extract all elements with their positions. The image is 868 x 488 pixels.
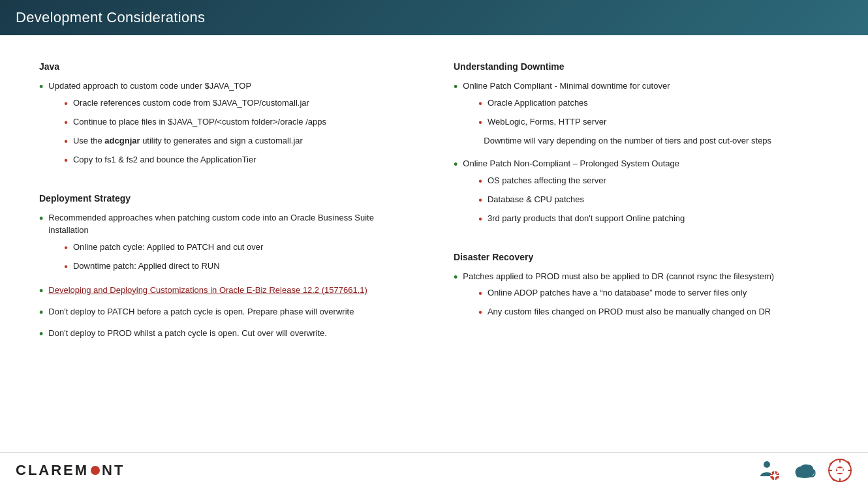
logo-text-before: CLAREM [16,462,89,479]
deployment-subitem-2: Downtime patch: Applied direct to RUN [73,260,220,273]
bullet-icon: • [478,211,482,227]
downtime-note: Downtime will vary depending on the numb… [484,134,771,147]
disaster-sublist: • Online ADOP patches have a “no databas… [478,286,774,320]
bullet-icon: • [39,210,43,228]
bullet-icon: • [478,115,482,130]
svg-rect-20 [839,478,841,481]
list-item: • Oracle references custom code from $JA… [64,97,326,112]
bullet-icon: • [478,96,482,112]
bullet-icon: • [64,134,68,149]
deployment-item-4: Don't deploy to PROD whilst a patch cycl… [48,327,327,340]
svg-rect-19 [839,459,841,463]
list-item: • Any custom files changed on PROD must … [478,305,774,320]
list-item: • Online patch cycle: Applied to PATCH a… [64,241,414,256]
deployment-list: • Recommended approaches when patching c… [39,211,414,343]
bullet-icon: • [454,269,457,286]
list-item: • Online Patch Non-Compliant – Prolonged… [454,157,829,231]
page-title: Development Considerations [16,9,205,25]
list-item: • Don't deploy to PROD whilst a patch cy… [39,327,414,343]
svg-point-2 [773,474,777,478]
list-item: • Patches applied to PROD must also be a… [454,270,829,325]
deployment-sublist: • Online patch cycle: Applied to PATCH a… [64,241,414,275]
java-subitem-4: Copy to fs1 & fs2 and bounce the Applica… [73,153,256,166]
svg-rect-4 [774,478,775,480]
bullet-icon: • [39,326,43,343]
downtime-section-title: Understanding Downtime [454,61,829,72]
list-item: • 3rd party products that don't support … [478,212,685,227]
bullet-icon: • [478,305,482,320]
bullet-icon: • [39,304,43,322]
svg-point-27 [837,468,839,470]
svg-rect-3 [774,471,775,474]
list-item: • Recommended approaches when patching c… [39,211,414,279]
bullet-icon: • [64,240,68,256]
downtime-subitem-3: OS patches affecting the server [488,174,606,187]
person-gear-icon [757,458,782,483]
deployment-link[interactable]: Developing and Deploying Customizations … [48,284,367,297]
svg-point-28 [841,468,843,470]
svg-rect-5 [770,475,773,476]
list-item: • Downtime patch: Applied direct to RUN [64,260,414,275]
disaster-item-1: Patches applied to PROD must also be app… [463,271,774,281]
list-item: • Developing and Deploying Customization… [39,284,414,300]
deployment-item-1: Recommended approaches when patching cus… [48,213,374,236]
bullet-icon: • [478,174,482,189]
downtime-sublist-1: • Oracle Application patches • WebLogic,… [478,97,771,130]
downtime-subitem-4: Database & CPU patches [488,193,584,206]
logo-dot [91,466,100,475]
main-content: Java • Updated approach to custom code u… [0,35,868,452]
deployment-item-3: Don't deploy to PATCH before a patch cyc… [48,305,354,318]
disaster-list: • Patches applied to PROD must also be a… [454,270,829,325]
disaster-section-title: Disaster Recovery [454,252,829,262]
right-column: Understanding Downtime • Online Patch Co… [454,61,829,439]
downtime-list: • Online Patch Compliant - Minimal downt… [454,80,829,231]
deployment-section-title: Deployment Strategy [39,193,414,204]
java-subitem-2: Continue to place files in $JAVA_TOP/<cu… [73,115,326,129]
deployment-subitem-1: Online patch cycle: Applied to PATCH and… [73,241,263,254]
java-list: • Updated approach to custom code under … [39,80,414,172]
java-section-title: Java [39,61,414,72]
disaster-subitem-1: Online ADOP patches have a “no database”… [488,286,747,299]
list-item: • Online ADOP patches have a “no databas… [478,286,774,301]
cloud-icon [792,458,817,483]
footer: CLAREM NT [0,452,868,488]
downtime-item-1: Online Patch Compliant - Minimal downtim… [463,81,670,91]
list-item: • Updated approach to custom code under … [39,80,414,172]
downtime-subitem-2: WebLogic, Forms, HTTP server [488,115,606,129]
bullet-icon: • [64,153,68,168]
bullet-icon: • [64,259,68,275]
downtime-item-2: Online Patch Non-Compliant – Prolonged S… [463,159,679,168]
svg-point-0 [764,461,770,468]
list-item: • Oracle Application patches [478,97,771,112]
settings-gear-icon [828,458,852,483]
list-item: • OS patches affecting the server [478,174,685,189]
bullet-icon: • [454,156,457,174]
bullet-icon: • [478,286,482,301]
logo-text-after: NT [102,462,125,479]
left-column: Java • Updated approach to custom code u… [39,61,414,439]
java-subitem-1: Oracle references custom code from $JAVA… [73,97,309,110]
deployment-section: Deployment Strategy • Recommended approa… [39,193,414,343]
java-item-text: Updated approach to custom code under $J… [48,81,251,91]
java-section: Java • Updated approach to custom code u… [39,61,414,172]
bullet-icon: • [39,78,43,96]
disaster-section: Disaster Recovery • Patches applied to P… [454,252,829,325]
bullet-icon: • [478,192,482,208]
bullet-icon: • [454,78,457,96]
bullet-icon: • [39,282,43,300]
list-item: • Database & CPU patches [478,193,685,208]
svg-rect-22 [848,470,851,471]
downtime-subitem-1: Oracle Application patches [488,97,588,110]
list-item: • Online Patch Compliant - Minimal downt… [454,80,829,152]
list-item: • WebLogic, Forms, HTTP server [478,115,771,130]
downtime-sublist-2: • OS patches affecting the server • Data… [478,174,685,227]
java-subitem-3: Use the adcgnjar utility to generates an… [73,134,303,147]
list-item: • Continue to place files in $JAVA_TOP/<… [64,115,326,130]
bullet-icon: • [64,115,68,130]
bullet-icon: • [64,96,68,112]
disaster-subitem-2: Any custom files changed on PROD must al… [488,305,771,318]
footer-icons [757,458,852,483]
svg-rect-21 [829,470,832,471]
list-item: • Don't deploy to PATCH before a patch c… [39,305,414,322]
java-sublist: • Oracle references custom code from $JA… [64,97,326,168]
